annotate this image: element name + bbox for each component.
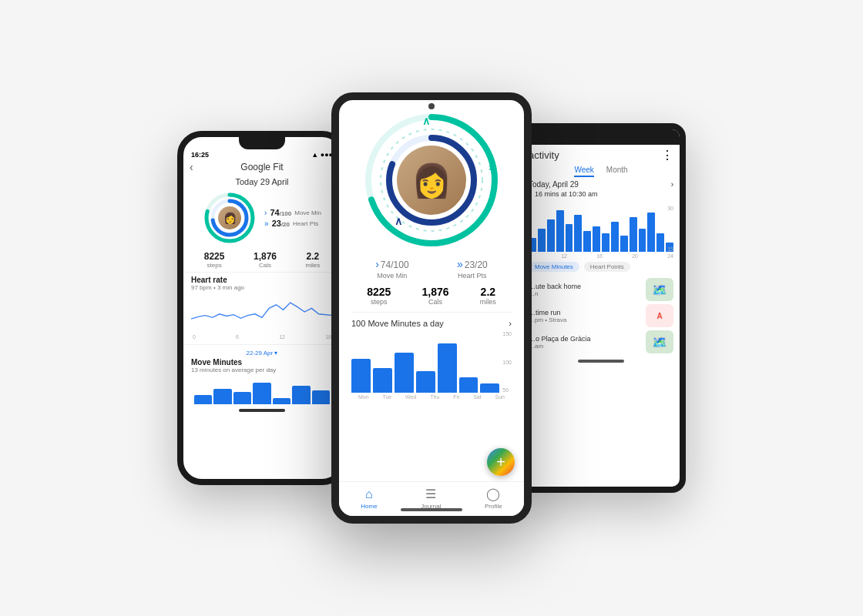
r-chart-wrapper: 30 15 — [529, 206, 673, 252]
r-bar-14 — [647, 213, 655, 252]
bar-left-2 — [213, 389, 231, 404]
nav-home-label: Home — [361, 503, 377, 510]
fab-button[interactable]: + — [487, 448, 515, 476]
r-date-row: Today, April 29 › — [529, 180, 673, 189]
bar-left-7 — [312, 390, 330, 404]
move-header-center: 100 Move Minutes a day › — [351, 319, 512, 328]
activity-item-2: …time run …pm • Strava A — [529, 304, 673, 327]
phone-right: activity ⋮ Week Month Today, April 29 › … — [516, 123, 686, 493]
date-label-left: Today 29 April — [183, 177, 341, 186]
arrow-move-center: › — [375, 258, 379, 270]
home-indicator-left — [239, 409, 285, 412]
r-bar-chart — [529, 206, 673, 252]
r-bar-2 — [538, 229, 546, 252]
day-labels-center: Mon Tue Wed Thu Fri Sat Sun — [351, 394, 512, 400]
bar-c-2 — [373, 368, 392, 393]
r-tabs: Week Month — [529, 166, 673, 177]
phones-container: 16:25 ▲ ●●● ‹ Google Fit Today 29 April — [0, 0, 863, 616]
r-bar-10 — [611, 222, 619, 252]
r-title: activity — [529, 149, 559, 161]
r-x-axis: 812162024 — [529, 253, 673, 259]
center-content: ∧ › ∧ 👩 › 74/100 Move Min — [339, 109, 524, 403]
filter-heart-points[interactable]: Heart Points — [584, 262, 630, 272]
svg-text:›: › — [489, 161, 492, 173]
filter-move-minutes[interactable]: Move Minutes — [529, 262, 579, 272]
notch-left — [239, 137, 285, 149]
activity-info-3: …o Plaça de Gràcia …am — [529, 335, 641, 350]
hr-chart-left — [191, 293, 333, 331]
steps-center: 8225 steps — [367, 286, 391, 306]
miles-center: 2.2 miles — [480, 286, 496, 306]
tab-month[interactable]: Month — [606, 166, 628, 177]
activity-sub-3: …am — [529, 343, 641, 350]
home-indicator-right — [578, 360, 624, 363]
heart-pts-label-left: Heart Pts — [293, 220, 318, 227]
r-bar-8 — [593, 226, 600, 252]
move-min-row-left: › 74/100 Move Min — [264, 208, 321, 217]
svg-text:∧: ∧ — [422, 115, 430, 127]
bar-left-1 — [194, 395, 212, 404]
tab-week[interactable]: Week — [574, 166, 593, 177]
phone-center: ∧ › ∧ 👩 › 74/100 Move Min — [331, 92, 532, 524]
cals-center: 1,876 Cals — [422, 286, 449, 306]
stats-right-left: › 74/100 Move Min » 23/20 Heart Pts — [264, 208, 321, 228]
move-minutes-sub-left: 13 minutes on average per day — [191, 367, 333, 373]
activity-sub-1: …n — [529, 290, 641, 297]
svg-text:∧: ∧ — [395, 215, 402, 227]
heart-rate-title-left: Heart rate — [191, 276, 333, 284]
cals-metric-left: 1,876 Cals — [254, 251, 277, 269]
move-min-label-left: Move Min — [294, 209, 321, 216]
r-bar-5 — [566, 224, 573, 252]
metrics-center: 8225 steps 1,876 Cals 2.2 miles — [351, 283, 512, 313]
move-val-center: 74/100 — [381, 256, 409, 272]
move-min-val-left: 74/100 — [270, 208, 291, 217]
r-bar-4 — [556, 210, 564, 252]
app-title-left: Google Fit — [240, 162, 283, 172]
activity-label: 16 mins at 10:30 am — [535, 190, 598, 198]
time-left: 16:25 — [191, 151, 209, 159]
metrics-row-left: 8225 steps 1,876 Cals 2.2 miles — [183, 248, 341, 273]
r-bar-9 — [602, 233, 609, 252]
activity-title-3: …o Plaça de Gràcia — [529, 335, 641, 343]
more-icon-right[interactable]: ⋮ — [661, 148, 673, 162]
avatar-ring-wrapper: ∧ › ∧ 👩 — [351, 111, 512, 249]
phone-left: 16:25 ▲ ●●● ‹ Google Fit Today 29 April — [177, 131, 347, 485]
r-bar-15 — [656, 233, 664, 252]
move-section-center: 100 Move Minutes a day › ✓ ✓ ✓ 150 — [351, 313, 512, 403]
bar-chart-center: ✓ ✓ ✓ — [351, 331, 499, 393]
r-header: activity ⋮ — [529, 148, 673, 162]
center-stats: › 74/100 Move Min » 23/20 Heart Pts — [351, 249, 512, 283]
heart-pts-center: » 23/20 Heart Pts — [457, 256, 488, 280]
nav-journal[interactable]: ☰ Journal — [421, 487, 441, 510]
bar-c-7 — [480, 383, 499, 393]
r-bar-7 — [583, 231, 591, 252]
bar-left-3 — [233, 392, 251, 404]
r-bar-11 — [620, 236, 628, 252]
home-indicator-center — [401, 508, 462, 511]
nav-profile[interactable]: ◯ Profile — [485, 487, 502, 510]
activity-title-2: …time run — [529, 309, 641, 316]
back-arrow-left[interactable]: ‹ — [190, 161, 193, 173]
divider-left — [183, 344, 341, 345]
avatar-center: 👩 — [397, 146, 466, 215]
heart-rate-section-left: Heart rate 97 bpm • 3 min ago 0 6 12 18 — [183, 273, 341, 341]
move-minutes-title-left: Move Minutes — [191, 358, 333, 367]
status-bar-right — [522, 129, 680, 145]
r-activity-info: 16 mins at 10:30 am — [529, 190, 673, 203]
activity-map-1: 🗺️ — [646, 278, 673, 301]
activity-info-1: …ute back home …n — [529, 283, 641, 297]
move-chevron-center: › — [509, 319, 512, 328]
bar-chart-wrapper-center: ✓ ✓ ✓ 150 100 50 — [351, 331, 512, 393]
miles-metric-left: 2.2 miles — [306, 251, 321, 269]
y-axis-center: 150 100 50 — [499, 331, 512, 393]
bar-left-4 — [253, 383, 270, 404]
heart-pts-row-left: » 23/20 Heart Pts — [264, 219, 321, 228]
chart-axis-left: 0 6 12 18 — [191, 334, 333, 340]
chevron-heart-left: » — [264, 219, 269, 228]
fab-wrapper: + — [487, 448, 515, 476]
r-date-label: Today, April 29 — [529, 180, 579, 189]
activity-info-2: …time run …pm • Strava — [529, 309, 641, 323]
r-bar-3 — [547, 219, 555, 252]
y-axis-right: 30 15 — [667, 206, 673, 252]
nav-home[interactable]: ⌂ Home — [361, 487, 377, 510]
